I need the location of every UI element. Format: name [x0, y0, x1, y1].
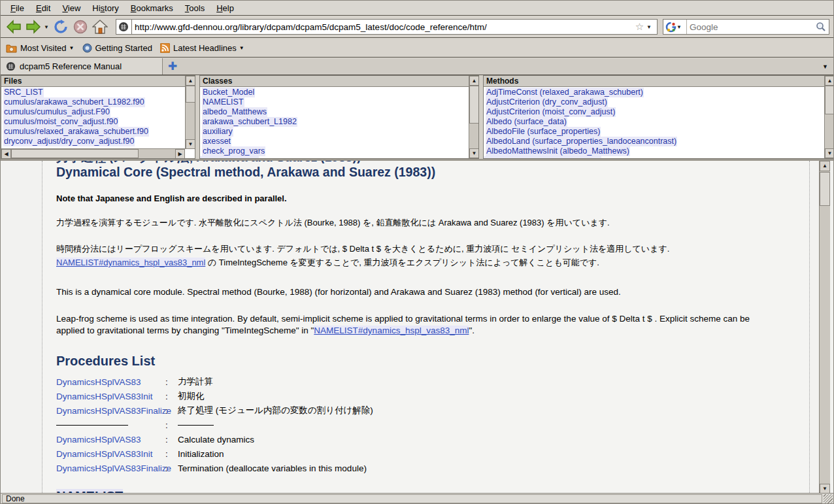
method-link[interactable]: AdjustCriterion (dry_conv_adjust)	[486, 97, 608, 107]
back-arrow-icon	[6, 20, 22, 34]
file-link[interactable]: cumulus/arakawa_schubert_L1982.f90	[3, 97, 145, 107]
files-vertical-scrollbar[interactable]: ▲ ▼	[185, 76, 195, 149]
procedure-link[interactable]: DynamicsHSplVAS83Init	[56, 449, 162, 459]
class-link[interactable]: axesset	[202, 137, 231, 146]
menu-item[interactable]: Tools	[179, 2, 210, 14]
method-link[interactable]: AlbedoMatthewsInit (albedo_Matthews)	[486, 146, 630, 156]
scrollbar-thumb[interactable]	[820, 172, 830, 206]
namelist-link[interactable]: NAMELIST#dynamics_hspl_vas83_nml	[56, 258, 205, 267]
resize-grip[interactable]	[824, 494, 833, 503]
bookmark-most-visited[interactable]: Most Visited ▼	[3, 41, 80, 55]
procedure-description: Initialization	[171, 449, 796, 459]
procedure-row: DynamicsHSplVAS83Init : 初期化	[56, 389, 796, 403]
search-engine-button[interactable]: ▼	[663, 20, 687, 34]
back-button[interactable]	[5, 18, 23, 35]
method-link[interactable]: AdjTimeConst (relaxed_arakawa_schubert)	[486, 88, 644, 97]
method-link[interactable]: AlbedoFile (surface_properties)	[486, 127, 601, 137]
url-dropdown[interactable]: ▼	[646, 24, 652, 30]
bookmark-star-icon[interactable]: ☆	[635, 21, 644, 33]
stop-button[interactable]	[71, 18, 90, 35]
class-link[interactable]: arakawa_schubert_L1982	[202, 117, 297, 127]
scroll-down-arrow[interactable]: ▼	[186, 139, 195, 149]
scroll-up-arrow[interactable]: ▲	[820, 161, 830, 171]
scroll-down-arrow[interactable]: ▼	[469, 148, 479, 158]
chevron-down-icon: ▼	[239, 45, 244, 51]
clipped-list-row	[484, 156, 834, 158]
bookmark-getting-started[interactable]: Getting Started	[80, 41, 158, 55]
class-link[interactable]: NAMELIST	[202, 97, 244, 107]
url-text[interactable]: http://www.gfd-dennou.org/library/dcpam/…	[135, 22, 635, 32]
procedure-link[interactable]: DynamicsHSplVAS83	[56, 377, 162, 387]
tab-list-dropdown[interactable]: ▼	[817, 58, 833, 75]
url-bar[interactable]: http://www.gfd-dennou.org/library/dcpam/…	[131, 19, 658, 35]
file-link[interactable]: SRC_LIST	[3, 88, 44, 97]
scroll-up-arrow[interactable]: ▲	[825, 76, 834, 86]
files-horizontal-scrollbar[interactable]: ◀ ▶	[1, 148, 185, 158]
procedure-link[interactable]: DynamicsHSplVAS83Finalize	[56, 406, 162, 416]
search-engine-dropdown[interactable]: ▼	[676, 24, 682, 30]
menu-item[interactable]: History	[86, 2, 124, 14]
procedure-link[interactable]: DynamicsHSplVAS83	[56, 435, 162, 445]
methods-vertical-scrollbar[interactable]: ▲ ▼	[824, 76, 834, 158]
menu-item[interactable]: Help	[210, 2, 240, 14]
folder-icon	[6, 43, 17, 53]
procedure-row: DynamicsHSplVAS83Finalize : 終了処理 (モジュール内…	[56, 403, 796, 418]
home-button[interactable]	[91, 18, 109, 35]
main-vertical-scrollbar[interactable]: ▲ ▼	[819, 161, 830, 494]
class-link[interactable]: auxiliary	[202, 127, 233, 137]
methods-list: AdjTimeConst (relaxed_arakawa_schubert)A…	[484, 87, 834, 156]
procedure-description: Termination (deallocate variables in thi…	[171, 463, 796, 473]
procedure-row: DynamicsHSplVAS83Finalize : Termination …	[56, 461, 796, 475]
method-link[interactable]: Albedo (surface_data)	[486, 117, 567, 127]
reload-button[interactable]	[52, 18, 70, 35]
methods-frame: Methods AdjTimeConst (relaxed_arakawa_sc…	[483, 75, 834, 159]
scroll-up-arrow[interactable]: ▲	[469, 76, 479, 86]
scrollbar-thumb[interactable]	[186, 86, 195, 103]
menu-item[interactable]: View	[56, 2, 86, 14]
class-link[interactable]: check_prog_vars	[202, 146, 265, 156]
scrollbar-thumb[interactable]	[469, 86, 479, 124]
procedures-list-heading: Procedures List	[56, 354, 796, 369]
procedure-link[interactable]: DynamicsHSplVAS83Init	[56, 392, 162, 401]
frame-border-right	[809, 161, 810, 494]
scrollbar-thumb[interactable]	[825, 86, 834, 114]
file-link[interactable]: dryconv_adjust/dry_conv_adjust.f90	[3, 137, 135, 146]
classes-vertical-scrollbar[interactable]: ▲ ▼	[469, 76, 478, 158]
page-title: Dynamical Core (Spectral method, Arakawa…	[56, 165, 796, 180]
classes-frame-title: Classes	[200, 76, 478, 87]
class-link[interactable]: Bucket_Model	[202, 88, 255, 97]
procedure-link[interactable]: DynamicsHSplVAS83Finalize	[56, 463, 162, 473]
tab-dcpam5-reference-manual[interactable]: dcpam5 Reference Manual	[1, 58, 163, 75]
search-magnifier-icon[interactable]	[816, 22, 826, 32]
menu-bar: File Edit View History Bookmarks Tools H…	[1, 1, 833, 16]
file-link[interactable]: cumulus/moist_conv_adjust.f90	[3, 117, 118, 127]
reload-icon	[54, 20, 68, 34]
class-link[interactable]: albedo_Matthews	[202, 107, 267, 117]
forward-button[interactable]	[24, 18, 42, 35]
method-link[interactable]: AdjustCriterion (moist_conv_adjust)	[486, 107, 616, 117]
file-link[interactable]: cumulus/relaxed_arakawa_schubert.f90	[3, 127, 149, 137]
new-tab-button[interactable]: ✚	[163, 58, 182, 75]
procedure-description	[178, 425, 214, 426]
scroll-down-arrow[interactable]: ▼	[825, 148, 834, 158]
files-frame: Files SRC_LISTcumulus/arakawa_schubert_L…	[1, 75, 195, 159]
back-history-dropdown[interactable]: ▼	[44, 24, 49, 30]
namelist-link[interactable]: NAMELIST#dynamics_hspl_vas83_nml	[314, 326, 469, 335]
menu-item[interactable]: File	[5, 2, 30, 14]
search-box[interactable]: ▼	[663, 19, 829, 35]
scrollbar-thumb[interactable]	[11, 149, 139, 158]
getting-started-icon	[82, 43, 92, 53]
main-content-frame: 力学過程 (スペクトル法, Arakawa and Suarez (1983))…	[1, 159, 833, 494]
site-identity-box[interactable]	[116, 19, 131, 35]
bookmark-latest-headlines[interactable]: Latest Headlines ▼	[158, 41, 250, 55]
scroll-right-arrow[interactable]: ▶	[175, 149, 185, 159]
procedure-link[interactable]	[56, 425, 128, 426]
procedure-row: DynamicsHSplVAS83Init : Initialization	[56, 446, 796, 461]
scroll-up-arrow[interactable]: ▲	[186, 76, 195, 86]
file-link[interactable]: cumulus/cumulus_adjust.F90	[3, 107, 110, 117]
menu-item[interactable]: Bookmarks	[125, 2, 179, 14]
method-link[interactable]: AlbedoLand (surface_properties_landocean…	[486, 137, 677, 146]
menu-item[interactable]: Edit	[30, 2, 56, 14]
search-input[interactable]	[687, 22, 816, 32]
scroll-left-arrow[interactable]: ◀	[1, 149, 11, 159]
